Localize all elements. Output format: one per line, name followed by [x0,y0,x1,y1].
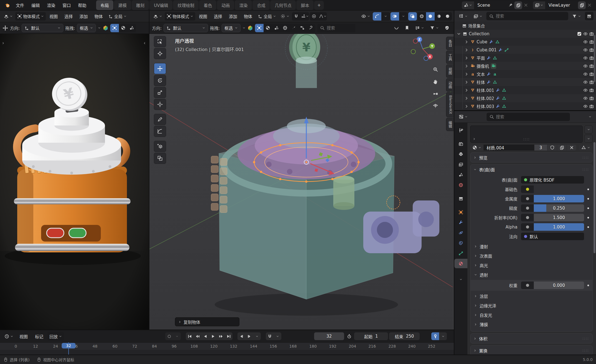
menu-object[interactable]: 物体 [91,13,106,19]
section-diffuse[interactable]: 漫射 [470,242,592,251]
modifier-wrench-icon[interactable] [496,88,500,92]
blenderkit-scenes-tab[interactable] [272,24,281,32]
menu-marker[interactable]: 标记 [32,333,46,339]
orientation-dropdown[interactable]: 默认 [22,24,63,32]
metallic-slider[interactable]: 1.000 [534,195,584,202]
scene-name[interactable]: Scene [474,3,507,8]
eye-icon[interactable] [583,56,588,60]
camera-visibility-icon[interactable] [589,72,594,76]
alpha-slider[interactable]: 1.000 [534,223,584,231]
camera-visibility-icon[interactable] [589,96,594,101]
animate-dot[interactable] [587,226,589,228]
zoom-icon[interactable] [433,67,438,72]
camera-visibility-icon[interactable] [589,88,594,92]
panel-preview-header[interactable]: 预览 [470,153,592,162]
chevron-right-icon[interactable] [464,40,469,44]
frame-step-back-button[interactable] [237,332,245,340]
camera-visibility-icon[interactable] [589,40,594,44]
chevron-down-icon[interactable] [457,32,461,36]
workspace-tab-modeling[interactable]: 建模 [114,0,131,10]
unlink-material-button[interactable] [567,145,576,150]
color-socket-button[interactable] [521,185,534,193]
menu-view[interactable]: 视图 [16,333,31,339]
modifier-wrench-icon[interactable] [496,104,500,109]
outliner-row-collection[interactable]: Collection [454,30,596,38]
eye-icon[interactable] [583,96,588,101]
search-input[interactable] [496,14,565,19]
tab-object-data[interactable] [454,248,467,258]
mesh-data-icon[interactable] [502,104,506,109]
blenderkit-materials-tab[interactable] [264,24,272,32]
move-tool[interactable] [154,63,166,74]
shading-wireframe-button[interactable] [417,12,426,21]
modifier-wrench-icon[interactable] [489,40,494,44]
value-socket-button[interactable] [521,195,534,202]
proportional-editing-toggle[interactable] [310,12,318,21]
new-material-copy-button[interactable] [557,145,567,150]
menu-help[interactable]: 帮助 [74,0,90,10]
blenderkit-scenes-tab[interactable] [127,24,136,32]
outliner-scrollbar[interactable] [594,35,595,82]
camera-visibility-icon[interactable] [589,64,594,68]
section-sheen[interactable]: 边缘光泽 [470,301,592,310]
snap-toggle[interactable] [292,12,300,21]
mode-dropdown[interactable]: 物体模式 [15,12,46,21]
chevron-right-icon[interactable] [464,72,469,76]
workspace-tab-scripting[interactable]: 脚本 [296,0,314,10]
section-coat[interactable]: 涂层 [470,291,592,301]
section-transmission[interactable]: 透射 [470,270,592,279]
chevron-right-icon[interactable] [464,48,469,52]
animate-dot[interactable] [587,285,589,286]
camera-visibility-icon[interactable] [589,48,594,52]
material-users-count[interactable]: 3 [534,145,547,150]
measure-tool[interactable] [154,126,166,137]
frame-step-forward-button[interactable] [245,332,253,340]
blenderkit-brushes-tab[interactable] [289,24,298,32]
blender-logo-icon[interactable] [2,2,12,8]
workspace-tab-layout[interactable]: 布局 [96,0,113,10]
visibility-dropdown[interactable] [359,12,372,21]
timeline-ruler-area[interactable]: 0 12 24 36 48 60 72 84 96 108 120 132 14… [0,342,454,355]
shading-material-preview-button[interactable] [435,12,443,21]
filter-dropdown[interactable] [570,12,583,20]
properties-search[interactable] [487,113,570,121]
orientation-dropdown[interactable]: 默认 [164,24,208,32]
sidebar-collapse-arrow[interactable] [143,42,146,45]
snap-settings-dropdown[interactable] [300,12,309,21]
transform-tool[interactable] [154,99,166,110]
menu-select[interactable]: 选择 [61,13,76,19]
modifier-wrench-icon[interactable] [487,80,491,84]
shading-rendered-button[interactable] [443,12,452,21]
menu-view[interactable]: 视图 [196,13,210,19]
workspace-tab-sculpting[interactable]: 雕刻 [132,0,149,10]
show-overlays-toggle[interactable] [390,12,399,21]
select-box-tool[interactable] [154,36,166,47]
chevron-right-icon[interactable] [464,80,469,84]
view-layer-remove-button[interactable] [586,1,593,9]
value-socket-button[interactable] [521,282,534,289]
workspace-tab-animation[interactable]: 动画 [217,0,234,10]
tab-constraints[interactable] [454,228,467,237]
sidebar-tab-animation[interactable]: 动画 [446,78,454,92]
axis-navigation-gizmo[interactable]: Z Y X [409,36,436,62]
tab-modifiers[interactable] [454,218,467,227]
mode-dropdown[interactable]: 物体模式 [165,12,195,21]
sidebar-tab-edit[interactable]: 编辑 [446,118,454,131]
chevron-right-icon[interactable] [464,88,469,92]
camera-visibility-icon[interactable] [589,80,594,84]
editor-type-button[interactable] [457,113,470,121]
add-workspace-button[interactable]: + [314,1,324,10]
editor-type-button[interactable] [151,12,164,21]
ortho-grid-icon[interactable] [433,103,438,109]
blenderkit-printables-tab[interactable] [307,24,315,32]
blenderkit-search[interactable] [317,24,355,32]
transform-orientation-dropdown[interactable]: 全局 [256,12,278,21]
surface-shader-field[interactable]: 原理化 BSDF [521,176,584,184]
animate-dot[interactable] [587,189,589,190]
snap-toggle[interactable] [266,332,274,340]
keying-set-dropdown[interactable] [439,332,447,340]
animate-dot[interactable] [587,207,589,209]
camera-visibility-icon[interactable] [589,56,594,60]
stopwatch-icon[interactable] [345,332,353,340]
workspace-tab-rendering[interactable]: 渲染 [235,0,252,10]
